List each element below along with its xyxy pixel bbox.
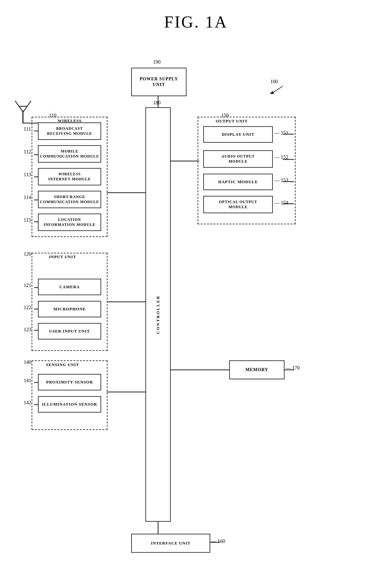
ref-160: — 160	[211, 538, 225, 544]
ref-112: 112	[24, 149, 31, 155]
page-title: FIG. 1A	[0, 0, 392, 31]
short-range-box: SHORT-RANGECOMMUNICATION MODULE	[38, 191, 101, 208]
camera-box: CAMERA	[38, 279, 101, 295]
antenna-icon	[12, 98, 34, 126]
memory-box: MEMORY	[229, 360, 285, 379]
sensing-unit-dashed	[32, 360, 107, 430]
location-box: LOCATIONINFORMATION MODULE	[38, 214, 101, 231]
controller-box: CONTROLLER	[145, 107, 171, 522]
microphone-box: MICROPHONE	[38, 301, 101, 317]
illumination-box: ILLUMINATION SENSOR	[38, 396, 101, 413]
ref-170: — 170	[286, 365, 300, 371]
mobile-comm-box: MOBILECOMMUNICATION MODULE	[38, 145, 101, 163]
ref-154: — 154	[274, 200, 288, 206]
ref-150: 150	[221, 113, 229, 118]
proximity-box: PROXIMITY SENSOR	[38, 374, 101, 390]
wireless-internet-box: WIRELESSINTERNET MODULE	[38, 168, 101, 185]
ref-123: 123	[24, 327, 31, 333]
optical-output-box: OPTICAL OUTPUTMODULE	[203, 196, 273, 213]
display-box: DISPLAY UNIT	[203, 126, 273, 143]
svg-line-30	[272, 86, 283, 93]
user-input-box: USER INPUT UNIT	[38, 323, 101, 339]
ref-122: 122	[24, 305, 31, 310]
ref-180: 180	[153, 100, 161, 106]
ref-142: 142	[24, 400, 31, 406]
input-unit-label: INPUT UNIT	[34, 254, 91, 260]
ref-141: 141	[24, 378, 31, 383]
ref-140: 140	[24, 359, 31, 365]
diagram: 100 POWER SUPPLYUNIT 190 CONTROLLER 180 …	[0, 38, 392, 566]
output-unit-label: OUTPUT UNIT	[200, 119, 263, 124]
haptic-box: HAPTIC MODULE	[203, 174, 273, 190]
sensing-unit-label: SENSING UNIT	[34, 362, 91, 368]
ref-151: — 151	[274, 130, 288, 136]
broadcast-box: BROADCASTRECEIVING MODULE	[38, 122, 101, 140]
ref-113: 113	[24, 172, 31, 177]
ref-100-arrow	[266, 84, 285, 94]
ref-153: — 153	[274, 177, 288, 183]
ref-110: 110	[49, 113, 56, 118]
ref-190: 190	[153, 59, 161, 65]
audio-output-box: AUDIO OUTPUTMODULE	[203, 150, 273, 168]
ref-120: 120	[24, 251, 31, 257]
ref-111: 111	[24, 126, 31, 132]
ref-100: 100	[270, 79, 278, 84]
ref-121: 121	[24, 283, 31, 288]
ref-152: — 152	[274, 154, 288, 160]
ref-115: 115	[24, 217, 31, 223]
power-supply-box: POWER SUPPLYUNIT	[131, 68, 187, 96]
interface-box: INTERFACE UNIT	[131, 534, 210, 553]
ref-114: 114	[24, 195, 31, 200]
